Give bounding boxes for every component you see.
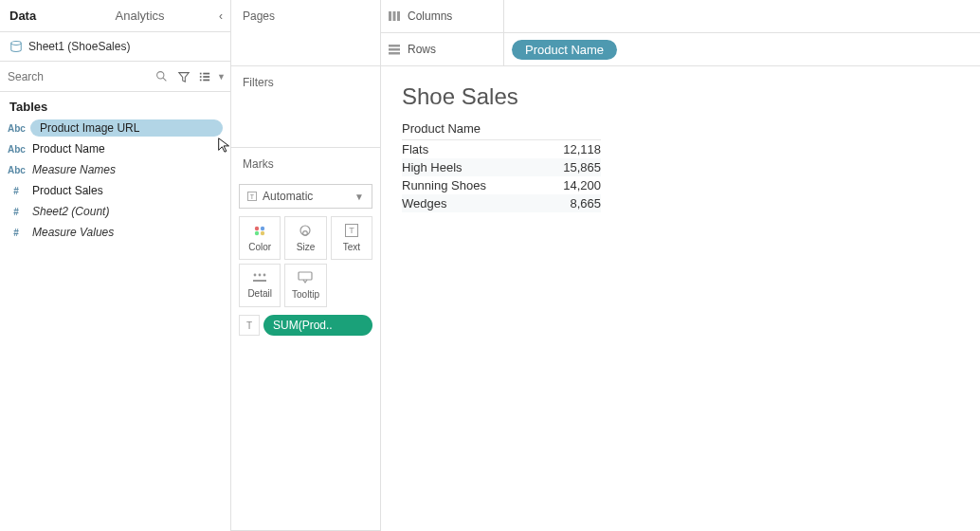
collapse-sidebar-button[interactable]: ‹ xyxy=(211,0,230,31)
svg-point-10 xyxy=(261,227,264,230)
svg-point-0 xyxy=(11,42,22,46)
field-label: Sheet2 (Count) xyxy=(32,205,109,218)
sheet-title[interactable]: Shoe Sales xyxy=(402,83,959,110)
svg-rect-5 xyxy=(200,76,202,78)
svg-rect-22 xyxy=(389,11,391,21)
shelves-column: Pages Filters Marks T Automatic ▼ xyxy=(231,0,381,531)
hash-icon: # xyxy=(8,186,25,196)
columns-label: Columns xyxy=(408,0,504,32)
hash-icon: # xyxy=(8,207,25,217)
hash-icon: # xyxy=(8,228,25,238)
svg-text:T: T xyxy=(349,226,354,235)
mark-detail-button[interactable]: Detail xyxy=(239,264,281,307)
filters-label: Filters xyxy=(231,66,380,95)
marks-card: Marks T Automatic ▼ Color xyxy=(231,148,380,531)
svg-point-11 xyxy=(255,231,259,235)
section-tables: Tables xyxy=(0,92,230,118)
measure-pill-sum-product-sales[interactable]: SUM(Prod.. xyxy=(263,315,372,336)
pages-label: Pages xyxy=(231,0,380,28)
row-value: 15,865 xyxy=(563,160,601,174)
field-sheet2-count[interactable]: # Sheet2 (Count) xyxy=(0,201,230,222)
tab-analytics[interactable]: Analytics xyxy=(106,0,212,31)
field-product-sales[interactable]: # Product Sales xyxy=(0,180,230,201)
rows-label: Rows xyxy=(408,33,504,65)
color-icon xyxy=(252,224,267,240)
search-icon[interactable] xyxy=(155,70,168,82)
field-label: Product Sales xyxy=(32,184,103,197)
text-mark-indicator-icon[interactable]: T xyxy=(239,315,260,336)
table-row[interactable]: High Heels 15,865 xyxy=(402,158,601,176)
filter-icon[interactable] xyxy=(173,70,191,83)
mark-tooltip-button[interactable]: Tooltip xyxy=(284,264,326,307)
field-product-image-url[interactable]: Abc Product Image URL xyxy=(0,118,230,138)
view-options-icon[interactable] xyxy=(196,71,211,82)
mark-type-label: Automatic xyxy=(263,190,313,203)
svg-rect-4 xyxy=(203,72,209,74)
abc-icon: Abc xyxy=(8,165,25,175)
datasource-icon xyxy=(9,40,23,53)
svg-point-13 xyxy=(300,226,310,235)
rows-drop-zone[interactable]: Product Name xyxy=(504,40,980,60)
svg-point-12 xyxy=(261,231,264,235)
svg-rect-23 xyxy=(393,11,396,21)
automatic-mark-icon: T xyxy=(247,192,257,201)
svg-rect-6 xyxy=(203,76,209,78)
detail-icon xyxy=(252,272,267,286)
svg-rect-3 xyxy=(200,72,202,74)
row-label: Running Shoes xyxy=(402,178,486,192)
rows-icon xyxy=(381,44,408,55)
dimension-pill-product-name[interactable]: Product Name xyxy=(512,40,617,60)
table-row[interactable]: Flats 12,118 xyxy=(402,140,601,158)
fields-list: Abc Product Image URL Abc Product Name A… xyxy=(0,118,230,243)
columns-shelf[interactable]: Columns xyxy=(381,0,980,33)
search-row: ▼ xyxy=(0,62,230,92)
svg-point-1 xyxy=(157,72,164,79)
field-label: Measure Values xyxy=(32,226,114,239)
field-measure-values[interactable]: # Measure Values xyxy=(0,222,230,243)
chevron-down-icon[interactable]: ▼ xyxy=(217,72,226,82)
row-label: Wedges xyxy=(402,196,446,211)
mark-text-button[interactable]: T Text xyxy=(331,216,372,260)
svg-rect-25 xyxy=(389,45,400,47)
datasource-name: Sheet1 (ShoeSales) xyxy=(28,40,130,53)
search-input[interactable] xyxy=(8,70,150,83)
filters-shelf[interactable]: Filters xyxy=(231,66,380,148)
svg-rect-26 xyxy=(389,48,400,51)
mark-color-label: Color xyxy=(248,242,271,252)
table-row[interactable]: Running Shoes 14,200 xyxy=(402,176,601,194)
row-value: 8,665 xyxy=(570,196,601,211)
svg-rect-7 xyxy=(200,79,202,81)
field-product-name[interactable]: Abc Product Name xyxy=(0,138,230,159)
field-measure-names[interactable]: Abc Measure Names xyxy=(0,159,230,180)
mark-text-label: Text xyxy=(343,242,360,252)
svg-point-9 xyxy=(255,227,259,230)
data-pane: Data Analytics ‹ Sheet1 (ShoeSales) ▼ Ta… xyxy=(0,0,231,531)
svg-point-19 xyxy=(263,274,266,277)
marks-label: Marks xyxy=(231,148,380,176)
field-label: Product Image URL xyxy=(40,121,139,135)
pages-shelf[interactable]: Pages xyxy=(231,0,380,66)
canvas-area: Columns Rows Product Name Shoe Sales Pro… xyxy=(381,0,980,531)
datasource-row[interactable]: Sheet1 (ShoeSales) xyxy=(0,32,230,62)
row-value: 12,118 xyxy=(563,142,601,156)
rows-shelf[interactable]: Rows Product Name xyxy=(381,33,980,66)
field-label: Measure Names xyxy=(32,163,116,176)
table-row[interactable]: Wedges 8,665 xyxy=(402,194,601,212)
abc-icon: Abc xyxy=(8,144,25,155)
svg-point-18 xyxy=(259,274,262,277)
svg-rect-27 xyxy=(389,52,400,55)
row-value: 14,200 xyxy=(563,178,601,192)
svg-rect-20 xyxy=(253,280,266,282)
tab-data[interactable]: Data xyxy=(0,0,106,31)
mark-color-button[interactable]: Color xyxy=(239,216,281,260)
text-icon: T xyxy=(345,224,358,240)
abc-icon: Abc xyxy=(8,123,25,134)
svg-point-17 xyxy=(254,274,257,277)
size-icon xyxy=(298,224,313,240)
mark-size-button[interactable]: Size xyxy=(284,216,326,260)
mark-detail-label: Detail xyxy=(247,288,272,299)
chevron-down-icon: ▼ xyxy=(354,192,364,202)
mark-type-dropdown[interactable]: T Automatic ▼ xyxy=(239,184,372,209)
viz-column-header: Product Name xyxy=(402,121,601,140)
row-label: High Heels xyxy=(402,160,463,174)
